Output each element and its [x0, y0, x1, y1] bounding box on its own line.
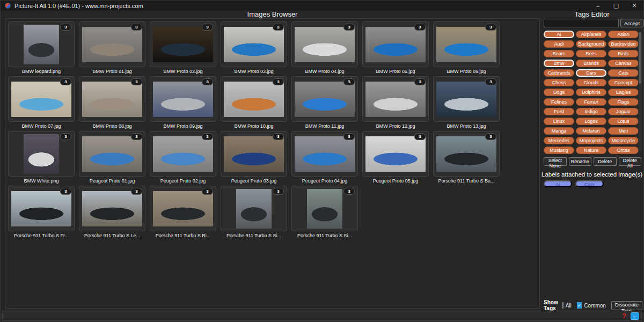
image-thumbnail[interactable]	[224, 27, 284, 62]
image-card-frame[interactable]: 3	[150, 131, 216, 177]
tag-pill-cars[interactable]: Cars	[576, 69, 606, 77]
image-card[interactable]: 3BMW Proto 06.jpg	[433, 21, 500, 74]
image-card-frame[interactable]: 3	[433, 76, 500, 122]
tag-pill-carbrands[interactable]: Carbrands	[544, 69, 574, 77]
image-card-frame[interactable]: 3	[150, 76, 216, 122]
minimize-button[interactable]: –	[589, 3, 607, 9]
image-card[interactable]: 3BMW Proto 11.jpg	[291, 76, 358, 129]
tag-pill-ford[interactable]: Ford	[544, 108, 574, 115]
tag-pill-clouds[interactable]: Clouds	[576, 79, 606, 86]
image-card[interactable]: 3Porsche 911 Turbo S Ri...	[150, 186, 216, 238]
tag-pill-chess[interactable]: Chess	[544, 79, 574, 86]
image-thumbnail[interactable]	[82, 82, 142, 117]
attached-label-ai[interactable]: Ai	[544, 180, 572, 187]
image-thumbnail[interactable]	[436, 27, 496, 62]
image-thumbnail[interactable]	[224, 82, 284, 117]
image-card-frame[interactable]: 3	[362, 76, 429, 122]
tag-pill-nature[interactable]: Nature	[576, 147, 606, 154]
image-thumbnail[interactable]	[24, 25, 59, 64]
tag-pill-motorcycle[interactable]: Motorcycle	[608, 137, 639, 144]
tag-pill-audi[interactable]: Audi	[544, 40, 574, 48]
image-card[interactable]: 3Porsche 911 Turbo S Si...	[221, 186, 287, 238]
back-arrow-button[interactable]: ←	[631, 312, 639, 320]
tag-pill-bmw[interactable]: Bmw	[544, 60, 574, 67]
tags-scrollbar[interactable]	[638, 31, 642, 151]
tag-pill-brands[interactable]: Brands	[576, 60, 606, 67]
image-card[interactable]: 3Peugeot Proto 05.jpg	[362, 131, 429, 184]
tag-pill-canvas[interactable]: Canvas	[608, 60, 639, 67]
image-card[interactable]: 3Porsche 911 Turbo S Fr...	[8, 186, 75, 238]
tag-pill-backsvideo[interactable]: Backsvideo	[608, 40, 639, 48]
rename-button[interactable]: Rename	[569, 157, 592, 166]
close-button[interactable]: ✕	[625, 2, 643, 9]
tag-pill-linux[interactable]: Linux	[544, 118, 574, 125]
image-card-frame[interactable]: 3	[291, 131, 358, 177]
image-card-frame[interactable]: 3	[362, 131, 429, 177]
tags-scrollbar-thumb[interactable]	[639, 32, 641, 84]
tag-pill-jaguar[interactable]: Jaguar	[608, 108, 639, 115]
image-card-frame[interactable]: 3	[8, 21, 75, 67]
image-card-frame[interactable]: 3	[433, 21, 500, 67]
image-card[interactable]: 3BMW Proto 08.jpg	[79, 76, 145, 129]
image-card[interactable]: 3Peugeot Proto 03.jpg	[221, 131, 287, 184]
image-card-frame[interactable]: 3	[79, 21, 145, 67]
select-none-button[interactable]: Select None	[544, 157, 567, 166]
dissociate-tags-button[interactable]: Dissociate Tags	[611, 301, 642, 310]
tag-pill-orcas[interactable]: Orcas	[608, 147, 639, 154]
image-card-frame[interactable]: 3	[79, 131, 145, 177]
image-card[interactable]: 3BMW Proto 09.jpg	[150, 76, 216, 129]
image-thumbnail[interactable]	[153, 136, 213, 172]
image-card[interactable]: 3Peugeot Proto 02.jpg	[150, 131, 216, 184]
image-card-frame[interactable]: 3	[433, 131, 500, 177]
accept-button[interactable]: Accept	[620, 19, 643, 27]
tag-pill-dolphins[interactable]: Dolphins	[576, 89, 606, 96]
tag-pill-ai[interactable]: Ai	[544, 31, 574, 38]
tag-pill-concept[interactable]: Concept	[608, 79, 639, 86]
image-card[interactable]: 3Porsche 911 Turbo S Le...	[79, 186, 145, 238]
maximize-button[interactable]: ▢	[607, 2, 625, 9]
image-thumbnail[interactable]	[82, 136, 142, 172]
image-thumbnail[interactable]	[153, 27, 213, 62]
image-card[interactable]: 3BMW Proto 12.jpg	[362, 76, 429, 129]
image-card-frame[interactable]: 3	[221, 76, 287, 122]
image-card[interactable]: 3Porsche 911 Turbo S Si...	[291, 186, 358, 238]
image-card[interactable]: 3BMW Proto 03.jpg	[221, 21, 287, 74]
tag-pill-asian[interactable]: Asian	[608, 31, 639, 38]
image-card[interactable]: 3Porsche 911 Turbo S Ba...	[433, 131, 500, 184]
image-thumbnail[interactable]	[11, 191, 71, 226]
image-thumbnail[interactable]	[236, 189, 272, 229]
image-card-frame[interactable]: 3	[221, 21, 287, 67]
image-thumbnail[interactable]	[295, 27, 355, 62]
image-card[interactable]: 3Peugeot Proto 01.jpg	[79, 131, 145, 184]
image-thumbnail[interactable]	[365, 27, 426, 62]
delete-button[interactable]: Delete	[594, 157, 617, 166]
tag-input[interactable]	[544, 19, 619, 27]
tag-pill-eagles[interactable]: Eagles	[608, 89, 639, 96]
image-card-frame[interactable]: 3	[150, 186, 216, 231]
tag-pill-flags[interactable]: Flags	[608, 98, 639, 106]
tag-pill-mustang[interactable]: Mustang	[544, 147, 574, 154]
image-thumbnail[interactable]	[82, 27, 142, 62]
tag-pill-mclaren[interactable]: Mclaren	[576, 127, 606, 135]
image-card-frame[interactable]: 3	[8, 131, 75, 177]
common-checkbox[interactable]: ✓	[577, 302, 582, 309]
tag-pill-cats[interactable]: Cats	[608, 69, 639, 77]
image-card[interactable]: 3Peugeot Proto 04.jpg	[291, 131, 358, 184]
image-thumbnail[interactable]	[153, 191, 213, 226]
image-card-frame[interactable]: 3	[150, 21, 216, 67]
image-card[interactable]: 3BMW Proto 07.jpg	[8, 76, 75, 129]
tag-pill-birds[interactable]: Birds	[608, 50, 639, 57]
tag-pill-dogs[interactable]: Dogs	[544, 89, 574, 96]
tag-pill-background[interactable]: Background	[576, 40, 606, 48]
tag-pill-lotus[interactable]: Lotus	[608, 118, 639, 125]
image-thumbnail[interactable]	[295, 82, 355, 117]
image-card-frame[interactable]: 3	[8, 186, 75, 231]
image-thumbnail[interactable]	[295, 136, 355, 172]
image-thumbnail[interactable]	[153, 82, 213, 117]
image-card-frame[interactable]: 3	[221, 131, 287, 177]
tag-pill-indigo[interactable]: Indigo	[576, 108, 606, 115]
image-thumbnail[interactable]	[365, 82, 426, 117]
image-card-frame[interactable]: 3	[79, 186, 145, 231]
image-card[interactable]: 3BMW Proto 01.jpg	[79, 21, 145, 74]
image-thumbnail[interactable]	[307, 189, 342, 229]
